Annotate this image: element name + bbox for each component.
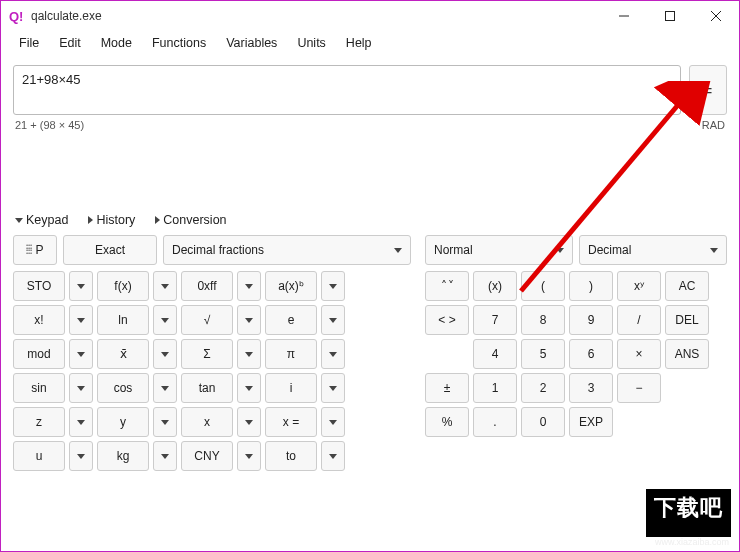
key-ln[interactable]: ln (97, 305, 149, 335)
key-AC[interactable]: AC (665, 271, 709, 301)
chevron-down-icon (556, 248, 564, 253)
key-x =[interactable]: x = (265, 407, 317, 437)
key-kg[interactable]: kg (97, 441, 149, 471)
key-dropdown[interactable] (153, 271, 177, 301)
key-Σ[interactable]: Σ (181, 339, 233, 369)
key-z[interactable]: z (13, 407, 65, 437)
grid-icon: ⦙⦙⦙ (26, 243, 32, 257)
key-dropdown[interactable] (69, 373, 93, 403)
key-3[interactable]: 3 (569, 373, 613, 403)
key-dropdown[interactable] (321, 441, 345, 471)
key-(x)[interactable]: (x) (473, 271, 517, 301)
key-%[interactable]: % (425, 407, 469, 437)
key-8[interactable]: 8 (521, 305, 565, 335)
key-EXP[interactable]: EXP (569, 407, 613, 437)
function-keypad: STOf(x)0xffa(x)ᵇx!ln√emodx̄Σπsincostaniz… (13, 271, 411, 471)
fractions-select[interactable]: Decimal fractions (163, 235, 411, 265)
decimal-select[interactable]: Decimal (579, 235, 727, 265)
key-dropdown[interactable] (237, 339, 261, 369)
normal-select[interactable]: Normal (425, 235, 573, 265)
key-dropdown[interactable] (69, 441, 93, 471)
key-dropdown[interactable] (321, 373, 345, 403)
key-dropdown[interactable] (321, 305, 345, 335)
key-f(x)[interactable]: f(x) (97, 271, 149, 301)
key-sin[interactable]: sin (13, 373, 65, 403)
exact-button[interactable]: Exact (63, 235, 157, 265)
key-ANS[interactable]: ANS (665, 339, 709, 369)
key-7[interactable]: 7 (473, 305, 517, 335)
key-dropdown[interactable] (237, 305, 261, 335)
key-)[interactable]: ) (569, 271, 613, 301)
key-−[interactable]: − (617, 373, 661, 403)
key-([interactable]: ( (521, 271, 565, 301)
key-DEL[interactable]: DEL (665, 305, 709, 335)
menu-mode[interactable]: Mode (91, 34, 142, 52)
minimize-button[interactable] (601, 1, 647, 31)
key-dropdown[interactable] (237, 271, 261, 301)
key-0xff[interactable]: 0xff (181, 271, 233, 301)
key-STO[interactable]: STO (13, 271, 65, 301)
tab-keypad[interactable]: Keypad (15, 213, 68, 227)
key-dropdown[interactable] (321, 407, 345, 437)
key-dropdown[interactable] (153, 373, 177, 403)
equals-button[interactable]: = (689, 65, 727, 115)
tab-conversion[interactable]: Conversion (155, 213, 226, 227)
key-dropdown[interactable] (69, 407, 93, 437)
maximize-button[interactable] (647, 1, 693, 31)
key-dropdown[interactable] (237, 373, 261, 403)
key-dropdown[interactable] (69, 305, 93, 335)
key-dropdown[interactable] (69, 339, 93, 369)
key-< >[interactable]: < > (425, 305, 469, 335)
key-e[interactable]: e (265, 305, 317, 335)
key-1[interactable]: 1 (473, 373, 517, 403)
key-0[interactable]: 0 (521, 407, 565, 437)
key-5[interactable]: 5 (521, 339, 565, 369)
key-dropdown[interactable] (153, 339, 177, 369)
key-a(x)ᵇ[interactable]: a(x)ᵇ (265, 271, 317, 301)
key-y[interactable]: y (97, 407, 149, 437)
key-2[interactable]: 2 (521, 373, 565, 403)
key-dropdown[interactable] (237, 407, 261, 437)
key-xʸ[interactable]: xʸ (617, 271, 661, 301)
menu-variables[interactable]: Variables (216, 34, 287, 52)
key-.[interactable]: . (473, 407, 517, 437)
key-dropdown[interactable] (321, 339, 345, 369)
key-cos[interactable]: cos (97, 373, 149, 403)
key-to[interactable]: to (265, 441, 317, 471)
key-×[interactable]: × (617, 339, 661, 369)
key-/[interactable]: / (617, 305, 661, 335)
app-icon: Q! (9, 8, 25, 24)
key-dropdown[interactable] (153, 305, 177, 335)
key-tan[interactable]: tan (181, 373, 233, 403)
key-dropdown[interactable] (237, 441, 261, 471)
key-dropdown[interactable] (69, 271, 93, 301)
menu-file[interactable]: File (9, 34, 49, 52)
key-9[interactable]: 9 (569, 305, 613, 335)
key-u[interactable]: u (13, 441, 65, 471)
menu-units[interactable]: Units (287, 34, 335, 52)
key-x[interactable]: x (181, 407, 233, 437)
key-±[interactable]: ± (425, 373, 469, 403)
key-6[interactable]: 6 (569, 339, 613, 369)
menu-help[interactable]: Help (336, 34, 382, 52)
key-mod[interactable]: mod (13, 339, 65, 369)
key-dropdown[interactable] (321, 271, 345, 301)
key-4[interactable]: 4 (473, 339, 517, 369)
tab-history[interactable]: History (88, 213, 135, 227)
key-√[interactable]: √ (181, 305, 233, 335)
key-CNY[interactable]: CNY (181, 441, 233, 471)
key-dropdown[interactable] (153, 407, 177, 437)
key-˄ ˅[interactable]: ˄ ˅ (425, 271, 469, 301)
menu-edit[interactable]: Edit (49, 34, 91, 52)
key-x![interactable]: x! (13, 305, 65, 335)
key-i[interactable]: i (265, 373, 317, 403)
key-dropdown[interactable] (153, 441, 177, 471)
key-π[interactable]: π (265, 339, 317, 369)
app-window: Q! qalculate.exe File Edit Mode Function… (0, 0, 740, 552)
tab-history-label: History (96, 213, 135, 227)
menu-functions[interactable]: Functions (142, 34, 216, 52)
expression-input[interactable]: 21+98×45 (13, 65, 681, 115)
close-button[interactable] (693, 1, 739, 31)
programmer-toggle[interactable]: ⦙⦙⦙P (13, 235, 57, 265)
key-x̄[interactable]: x̄ (97, 339, 149, 369)
